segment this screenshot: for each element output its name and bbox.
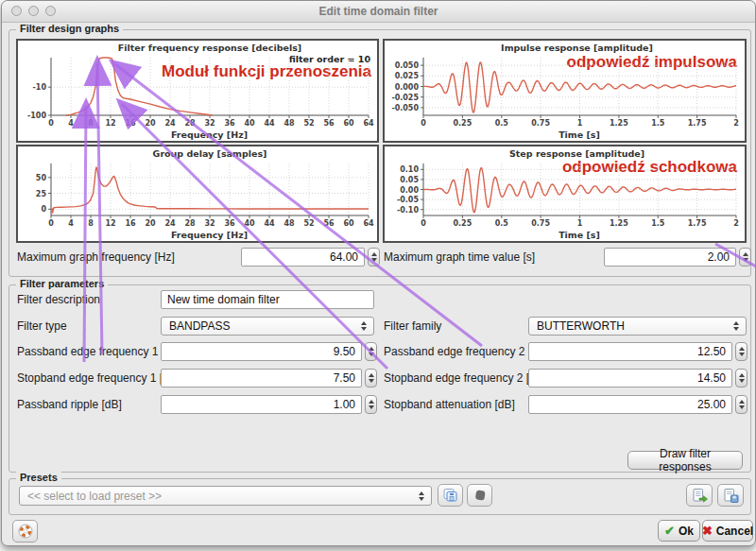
save-preset-file-icon <box>722 488 740 504</box>
help-button[interactable] <box>12 520 38 542</box>
max-graph-frequency-stepper[interactable] <box>368 248 380 267</box>
passband-edge-1-stepper[interactable] <box>365 342 377 361</box>
stopband-edge-1-stepper[interactable] <box>365 369 377 387</box>
svg-text:1.75: 1.75 <box>688 219 707 228</box>
svg-text:24: 24 <box>164 219 176 228</box>
save-preset-file-button[interactable] <box>717 484 744 507</box>
filter-description-input[interactable] <box>161 290 374 309</box>
stopband-edge-1-label: Stopband edge frequency 1 [Hz] <box>17 371 180 386</box>
svg-text:52: 52 <box>303 219 314 228</box>
svg-text:1.5: 1.5 <box>651 219 665 228</box>
passband-edge-1-input[interactable] <box>161 342 362 361</box>
edit-time-domain-filter-dialog: Edit time domain filter Filter design gr… <box>1 0 756 546</box>
svg-text:-0.10: -0.10 <box>397 206 419 215</box>
svg-text:60: 60 <box>343 119 354 128</box>
passband-edge-2-input[interactable] <box>528 342 732 361</box>
stopband-edge-2-input[interactable] <box>528 369 732 387</box>
cancel-button[interactable]: ✖Cancel <box>702 520 753 542</box>
svg-text:0.25: 0.25 <box>454 119 472 128</box>
svg-text:-0.05: -0.05 <box>397 196 419 204</box>
max-graph-frequency-label: Maximum graph frequency [Hz] <box>17 250 175 265</box>
max-graph-frequency-input[interactable] <box>241 248 365 267</box>
stepper-down-icon <box>739 405 745 409</box>
svg-text:1: 1 <box>577 119 583 128</box>
svg-text:0.00: 0.00 <box>400 186 419 195</box>
passband-edge-2-stepper[interactable] <box>735 342 747 361</box>
stepper-up-icon <box>743 252 748 256</box>
filter-family-value: BUTTERWORTH <box>537 319 730 333</box>
svg-text:-10: -10 <box>33 83 47 92</box>
stepper-up-icon <box>369 373 374 377</box>
max-graph-time-input[interactable] <box>604 248 736 267</box>
svg-text:64: 64 <box>363 119 374 128</box>
svg-text:16: 16 <box>125 219 136 228</box>
save-preset-icon <box>442 488 459 503</box>
frequency-response-panel: Filter frequency response [decibels] fil… <box>16 39 379 143</box>
passband-ripple-input[interactable] <box>161 395 362 414</box>
svg-text:2: 2 <box>733 219 739 228</box>
stepper-up-icon <box>739 347 745 351</box>
svg-text:28: 28 <box>184 119 196 128</box>
stepper-up-icon <box>369 347 374 351</box>
svg-text:0.5: 0.5 <box>495 219 509 228</box>
svg-text:4: 4 <box>68 119 74 128</box>
max-graph-time-label: Maximum graph time value [s] <box>384 250 535 265</box>
svg-text:0: 0 <box>41 205 46 214</box>
svg-text:-0.050: -0.050 <box>391 104 419 112</box>
svg-text:20: 20 <box>145 119 156 128</box>
max-graph-time-stepper[interactable] <box>739 248 751 267</box>
stepper-up-icon <box>739 373 745 377</box>
svg-text:32: 32 <box>204 119 215 128</box>
save-preset-button[interactable] <box>438 484 463 507</box>
ok-button[interactable]: ✔Ok <box>658 520 700 542</box>
remove-preset-icon <box>472 488 489 503</box>
svg-text:1: 1 <box>577 219 583 228</box>
ok-check-icon: ✔ <box>664 524 675 538</box>
popup-arrows-icon <box>357 321 369 331</box>
stepper-down-icon <box>369 405 374 409</box>
passband-edge-1-label: Passband edge frequency 1 [Hz] <box>17 345 181 359</box>
x-axis-label: Time [s] <box>423 129 735 140</box>
svg-text:24: 24 <box>164 119 176 128</box>
ok-label: Ok <box>679 525 694 538</box>
filter-family-select[interactable]: BUTTERWORTH <box>528 317 747 336</box>
svg-text:0: 0 <box>48 219 54 228</box>
stepper-down-icon <box>369 353 374 356</box>
draw-filter-responses-button[interactable]: Draw filter responses <box>627 451 743 470</box>
plot-title: Group delay [samples] <box>46 148 373 159</box>
popup-arrows-icon <box>415 491 427 501</box>
impulse-response-plot: 00.250.50.7511.251.51.7520.0500.0250.000… <box>386 53 744 130</box>
filter-family-label: Filter family <box>384 319 441 334</box>
svg-text:0.10: 0.10 <box>400 165 419 174</box>
stopband-attenuation-input[interactable] <box>528 395 732 414</box>
load-preset-file-icon <box>691 488 709 504</box>
svg-text:25: 25 <box>36 190 47 198</box>
group-delay-panel: Group delay [samples] 048121620242832364… <box>16 145 379 243</box>
draw-filter-responses-label: Draw filter responses <box>636 447 734 474</box>
step-response-panel: Step response [amplitude] odpowiedź scho… <box>383 145 747 243</box>
stopband-edge-2-stepper[interactable] <box>735 369 747 387</box>
plot-title: Filter frequency response [decibels] <box>46 43 373 53</box>
svg-text:40: 40 <box>244 219 255 228</box>
load-preset-file-button[interactable] <box>686 484 713 507</box>
svg-text:0.000: 0.000 <box>395 83 420 92</box>
stepper-up-icon <box>739 400 745 404</box>
svg-text:12: 12 <box>105 219 115 228</box>
svg-text:28: 28 <box>184 219 196 228</box>
filter-description-label: Filter description <box>17 293 100 307</box>
stepper-down-icon <box>739 379 745 383</box>
passband-ripple-stepper[interactable] <box>365 395 377 414</box>
stepper-down-icon <box>743 258 748 262</box>
svg-text:0.050: 0.050 <box>395 61 420 70</box>
stepper-down-icon <box>739 353 745 356</box>
svg-text:60: 60 <box>343 219 354 228</box>
stopband-edge-1-input[interactable] <box>161 369 362 387</box>
preset-select[interactable]: << select to load preset >> <box>19 486 432 506</box>
stepper-up-icon <box>369 400 374 404</box>
svg-text:0: 0 <box>421 119 426 128</box>
remove-preset-button[interactable] <box>467 484 492 507</box>
svg-text:4: 4 <box>68 219 74 228</box>
stopband-attenuation-stepper[interactable] <box>735 395 747 414</box>
filter-type-select[interactable]: BANDPASS <box>161 317 374 336</box>
svg-text:0: 0 <box>421 219 426 228</box>
